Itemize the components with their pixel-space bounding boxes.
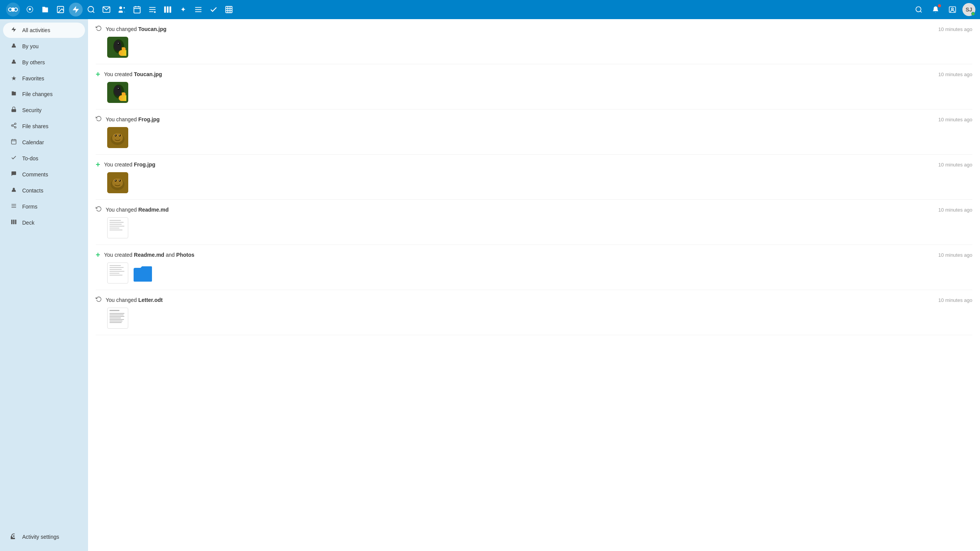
readme-line [109,228,119,228]
by-you-icon [10,42,18,50]
activity-nav-icon[interactable] [69,3,83,16]
svg-point-12 [119,7,122,9]
checkmark-icon[interactable] [207,3,220,16]
notes-icon[interactable] [145,3,159,16]
created-icon: + [96,70,100,78]
logo[interactable] [5,1,21,18]
notification-badge [938,4,941,7]
sidebar-item-comments[interactable]: Comments [3,167,85,182]
table-icon[interactable] [222,3,236,16]
svg-point-42 [15,127,16,128]
search-button[interactable] [912,3,926,16]
readme-thumbnail [107,217,128,238]
readme-line [109,226,124,227]
svg-point-81 [114,179,117,182]
search-nav-icon[interactable] [84,3,98,16]
file-shares-icon [10,122,18,130]
files-icon[interactable] [38,3,52,16]
sidebar-item-label: Contacts [22,187,43,194]
svg-point-73 [119,134,121,137]
svg-rect-53 [11,220,12,224]
toucan-thumbnail [107,82,128,103]
sidebar-item-favorites[interactable]: ★ Favorites [3,71,85,86]
activity-item: + You created Frog.jpg 10 minutes ago [96,155,972,200]
svg-point-83 [115,180,116,181]
sidebar-item-file-changes[interactable]: File changes [3,86,85,102]
changed-icon [96,116,102,123]
activity-item: You changed Toucan.jpg 10 minutes ago [96,19,972,64]
activity-header: + You created Frog.jpg 10 minutes ago [96,161,972,168]
contacts-icon[interactable] [115,3,129,16]
changed-icon [96,25,102,33]
svg-point-64 [114,85,121,96]
dashboard-icon[interactable]: ⦿ [23,3,37,16]
activity-item: You changed Readme.md 10 minutes ago [96,200,972,245]
readme-line [109,275,122,276]
avatar[interactable]: SJ [962,3,975,16]
mail-icon[interactable] [100,3,113,16]
letter-line [109,313,124,314]
sidebar-item-activity-settings[interactable]: Activity settings [3,529,85,544]
sidebar-bottom: Activity settings [0,526,88,548]
sidebar-item-label: By you [22,43,39,49]
activity-text: You created Toucan.jpg [104,71,162,77]
sidebar-item-calendar[interactable]: Calendar [3,135,85,150]
file-changes-icon [10,90,18,98]
notifications-button[interactable] [929,3,942,16]
sidebar-item-deck[interactable]: Deck [3,215,85,230]
activity-time: 10 minutes ago [938,162,972,168]
list-icon[interactable] [191,3,205,16]
svg-point-4 [9,8,11,11]
svg-point-9 [88,7,94,12]
svg-point-60 [118,42,120,45]
sidebar-item-all-activities[interactable]: All activities [3,23,85,38]
svg-line-43 [13,126,15,127]
svg-point-32 [916,7,921,12]
activity-text: You changed Frog.jpg [106,116,160,122]
calendar-icon[interactable] [130,3,144,16]
sidebar-item-file-shares[interactable]: File shares [3,119,85,134]
svg-rect-55 [15,220,16,224]
readme-line [109,265,121,266]
assistant-icon[interactable]: ✦ [176,3,190,16]
sidebar-item-label: Activity settings [22,534,59,540]
activity-item: You changed Letter.odt 10 minutes ago [96,290,972,335]
svg-rect-54 [13,220,14,224]
sidebar-item-by-others[interactable]: By others [3,55,85,70]
sidebar-item-forms[interactable]: Forms [3,199,85,214]
activity-left: You changed Frog.jpg [96,116,160,123]
readme-line [109,269,122,270]
topbar: ⦿ ✦ [0,0,980,19]
activity-thumbnails [107,262,972,284]
to-dos-icon [10,155,18,162]
frog-thumbnail [107,127,128,148]
svg-rect-27 [226,7,232,13]
activity-left: + You created Frog.jpg [96,161,155,168]
activity-text: You created Readme.md and Photos [104,252,194,258]
deck-icon[interactable] [161,3,175,16]
activity-time: 10 minutes ago [938,207,972,213]
sidebar-item-label: Deck [22,220,34,226]
sidebar-item-contacts[interactable]: Contacts [3,183,85,198]
contacts-button[interactable] [946,3,959,16]
activity-header: + You created Toucan.jpg 10 minutes ago [96,70,972,78]
svg-point-59 [114,40,121,51]
sidebar-item-to-dos[interactable]: To-dos [3,151,85,166]
letter-line [109,316,124,317]
sidebar-item-by-you[interactable]: By you [3,39,85,54]
activity-left: + You created Readme.md and Photos [96,251,194,259]
toucan-thumbnail [107,37,128,58]
letter-line [109,319,124,320]
activity-time: 10 minutes ago [938,297,972,303]
svg-rect-39 [11,109,16,112]
sidebar-item-label: Comments [22,171,48,178]
photos-icon[interactable] [54,3,67,16]
activity-item: You changed Frog.jpg 10 minutes ago [96,109,972,155]
activity-thumbnails [107,82,972,103]
sidebar-item-security[interactable]: Security [3,103,85,118]
svg-line-10 [93,11,94,13]
activity-header: You changed Letter.odt 10 minutes ago [96,296,972,304]
activity-text: You changed Letter.odt [106,297,163,303]
svg-rect-21 [164,7,166,13]
activity-text: You changed Readme.md [106,207,168,213]
